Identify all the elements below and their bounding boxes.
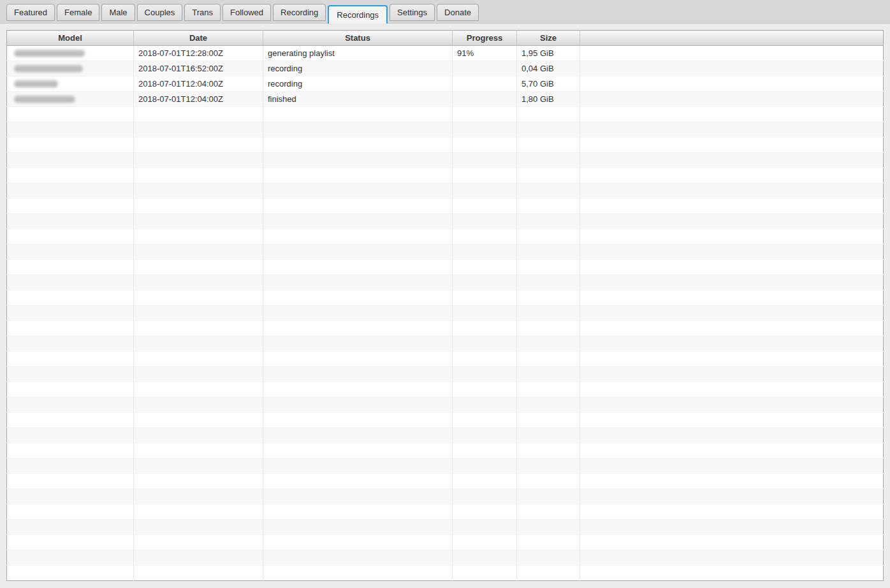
empty-cell <box>453 520 517 535</box>
tab-donate[interactable]: Donate <box>437 4 479 21</box>
spacer-cell <box>580 61 884 76</box>
size-cell: 0,04 GiB <box>517 61 580 76</box>
empty-cell <box>580 367 884 382</box>
empty-cell <box>263 566 453 581</box>
empty-row <box>7 214 884 229</box>
empty-cell <box>263 367 453 382</box>
date-cell: 2018-07-01T12:04:00Z <box>134 76 263 92</box>
empty-cell <box>263 459 453 474</box>
empty-cell <box>517 535 580 550</box>
empty-cell <box>517 413 580 428</box>
empty-cell <box>134 550 263 566</box>
empty-cell <box>263 382 453 398</box>
progress-cell <box>453 61 517 76</box>
empty-cell <box>7 245 134 260</box>
empty-cell <box>453 321 517 336</box>
empty-cell <box>453 153 517 168</box>
empty-cell <box>134 275 263 290</box>
empty-row <box>7 505 884 520</box>
empty-cell <box>134 367 263 382</box>
empty-cell <box>580 275 884 290</box>
empty-cell <box>134 229 263 245</box>
tab-featured[interactable]: Featured <box>6 4 55 21</box>
empty-cell <box>453 443 517 459</box>
empty-row <box>7 520 884 535</box>
column-header-model[interactable]: Model <box>7 31 134 46</box>
tab-recordings[interactable]: Recordings <box>328 5 388 24</box>
empty-cell <box>580 290 884 306</box>
tab-bar: FeaturedFemaleMaleCouplesTransFollowedRe… <box>0 0 890 24</box>
empty-cell <box>453 398 517 413</box>
empty-row <box>7 138 884 153</box>
model-cell <box>7 46 134 61</box>
empty-cell <box>263 336 453 352</box>
column-header-spacer[interactable] <box>580 31 884 46</box>
empty-cell <box>580 443 884 459</box>
empty-cell <box>7 474 134 489</box>
empty-cell <box>263 398 453 413</box>
size-cell: 1,95 GiB <box>517 46 580 61</box>
empty-cell <box>134 535 263 550</box>
empty-cell <box>134 520 263 535</box>
empty-cell <box>517 122 580 138</box>
empty-row <box>7 474 884 489</box>
empty-cell <box>453 290 517 306</box>
redacted-model-name <box>14 50 85 57</box>
empty-cell <box>517 138 580 153</box>
table-row[interactable]: 2018-07-01T12:04:00Zrecording5,70 GiB <box>7 76 884 92</box>
empty-row <box>7 566 884 581</box>
tab-followed[interactable]: Followed <box>222 4 271 21</box>
empty-row <box>7 398 884 413</box>
empty-cell <box>453 382 517 398</box>
empty-cell <box>580 520 884 535</box>
empty-row <box>7 122 884 138</box>
empty-cell <box>453 229 517 245</box>
table-row[interactable]: 2018-07-01T12:04:00Zfinished1,80 GiB <box>7 92 884 107</box>
empty-cell <box>134 428 263 443</box>
redacted-model-name <box>14 96 75 103</box>
empty-cell <box>7 520 134 535</box>
empty-cell <box>517 459 580 474</box>
column-header-progress[interactable]: Progress <box>453 31 517 46</box>
column-header-date[interactable]: Date <box>134 31 263 46</box>
empty-cell <box>453 138 517 153</box>
redacted-model-name <box>14 65 83 72</box>
empty-cell <box>453 183 517 199</box>
empty-cell <box>580 138 884 153</box>
empty-cell <box>263 107 453 122</box>
tab-male[interactable]: Male <box>101 4 135 21</box>
empty-cell <box>453 306 517 321</box>
tab-female[interactable]: Female <box>57 4 99 21</box>
empty-row <box>7 260 884 275</box>
empty-cell <box>134 489 263 505</box>
empty-row <box>7 275 884 290</box>
table-body: 2018-07-01T12:28:00Zgenerating playlist9… <box>7 46 884 581</box>
empty-row <box>7 245 884 260</box>
column-header-size[interactable]: Size <box>517 31 580 46</box>
tab-trans[interactable]: Trans <box>184 4 221 21</box>
empty-cell <box>134 382 263 398</box>
empty-cell <box>263 214 453 229</box>
empty-cell <box>517 398 580 413</box>
empty-cell <box>263 413 453 428</box>
empty-cell <box>517 474 580 489</box>
table-row[interactable]: 2018-07-01T12:28:00Zgenerating playlist9… <box>7 46 884 61</box>
date-cell: 2018-07-01T12:04:00Z <box>134 92 263 107</box>
tab-settings[interactable]: Settings <box>390 4 435 21</box>
table-row[interactable]: 2018-07-01T16:52:00Zrecording0,04 GiB <box>7 61 884 76</box>
tab-couples[interactable]: Couples <box>137 4 183 21</box>
empty-cell <box>134 290 263 306</box>
empty-cell <box>134 413 263 428</box>
empty-cell <box>580 107 884 122</box>
empty-cell <box>7 352 134 367</box>
empty-cell <box>7 275 134 290</box>
column-header-status[interactable]: Status <box>263 31 453 46</box>
empty-cell <box>7 367 134 382</box>
empty-cell <box>517 229 580 245</box>
tab-recording[interactable]: Recording <box>273 4 326 21</box>
empty-cell <box>134 245 263 260</box>
empty-cell <box>7 550 134 566</box>
empty-cell <box>517 153 580 168</box>
empty-cell <box>453 566 517 581</box>
spacer-cell <box>580 46 884 61</box>
